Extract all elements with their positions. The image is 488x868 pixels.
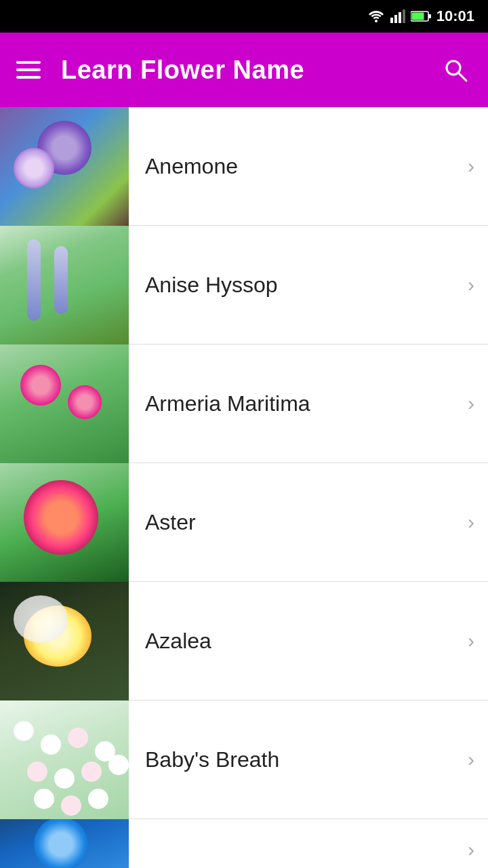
app-bar-left: Learn Flower Name	[16, 56, 304, 85]
app-bar: Learn Flower Name	[0, 33, 488, 107]
chevron-right-icon: ›	[468, 748, 488, 771]
svg-point-0	[375, 20, 378, 22]
flower-thumbnail	[0, 582, 129, 701]
flower-thumbnail	[0, 701, 129, 819]
flower-name: Anise Hyssop	[129, 273, 468, 298]
flower-item[interactable]: Azalea ›	[0, 582, 488, 701]
chevron-right-icon: ›	[468, 392, 488, 415]
flower-item[interactable]: Baby's Breath ›	[0, 701, 488, 819]
flower-name: Armeria Maritima	[129, 391, 468, 416]
signal-icon	[390, 9, 405, 23]
status-bar: 10:01	[0, 0, 488, 33]
svg-rect-1	[390, 18, 393, 23]
flower-item[interactable]: ›	[0, 819, 488, 868]
flower-list: Anemone › Anise Hyssop › Armeria Maritim…	[0, 107, 488, 868]
flower-name: Aster	[129, 510, 468, 535]
battery-icon	[411, 10, 431, 22]
chevron-right-icon: ›	[468, 629, 488, 652]
app-title: Learn Flower Name	[61, 56, 304, 85]
flower-item[interactable]: Armeria Maritima ›	[0, 344, 488, 463]
flower-thumbnail	[0, 819, 129, 868]
wifi-icon	[367, 9, 385, 23]
flower-name: Azalea	[129, 629, 468, 654]
svg-rect-3	[399, 12, 401, 23]
svg-rect-2	[394, 15, 397, 23]
svg-rect-6	[411, 13, 424, 20]
chevron-right-icon: ›	[468, 273, 488, 296]
flower-item[interactable]: Aster ›	[0, 463, 488, 582]
chevron-right-icon: ›	[468, 155, 488, 178]
menu-button[interactable]	[16, 61, 41, 79]
search-icon	[442, 56, 469, 83]
search-button[interactable]	[439, 54, 472, 86]
chevron-right-icon: ›	[468, 511, 488, 534]
status-time: 10:01	[436, 7, 474, 25]
flower-thumbnail	[0, 107, 129, 226]
flower-name: Baby's Breath	[129, 747, 468, 772]
flower-thumbnail	[0, 344, 129, 463]
status-icons: 10:01	[367, 7, 474, 25]
flower-item[interactable]: Anemone ›	[0, 107, 488, 226]
svg-rect-7	[428, 14, 431, 18]
svg-line-9	[458, 73, 466, 81]
flower-thumbnail	[0, 463, 129, 582]
flower-thumbnail	[0, 226, 129, 344]
chevron-right-icon: ›	[468, 838, 488, 861]
flower-item[interactable]: Anise Hyssop ›	[0, 226, 488, 344]
flower-name: Anemone	[129, 154, 468, 179]
svg-rect-4	[403, 9, 405, 23]
